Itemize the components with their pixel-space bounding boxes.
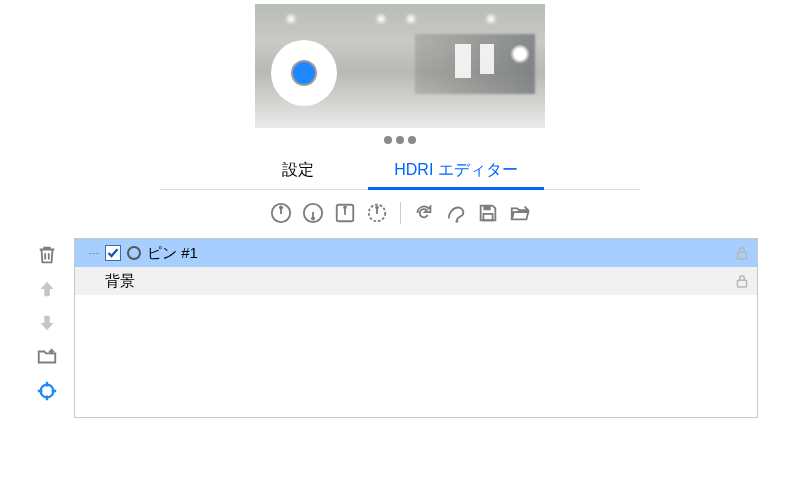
tab-hdri-editor[interactable]: HDRI エディター: [374, 154, 538, 189]
gradient-icon[interactable]: [443, 200, 469, 226]
svg-rect-10: [483, 214, 492, 220]
layer-row[interactable]: 背景: [75, 267, 757, 295]
pin-marker[interactable]: [271, 40, 337, 106]
svg-point-1: [278, 205, 282, 209]
sidebar: [30, 238, 64, 418]
arrow-down-icon: [34, 310, 60, 336]
arrow-up-icon: [34, 276, 60, 302]
svg-point-8: [455, 220, 458, 223]
add-folder-icon[interactable]: [34, 344, 60, 370]
svg-point-5: [343, 206, 347, 210]
pin-ground-icon[interactable]: [332, 200, 358, 226]
svg-rect-12: [738, 252, 747, 259]
pin-add-icon[interactable]: [268, 200, 294, 226]
folder-open-icon[interactable]: [507, 200, 533, 226]
svg-rect-9: [483, 206, 490, 211]
svg-point-7: [375, 206, 379, 210]
tab-bar: 設定 HDRI エディター: [160, 154, 640, 190]
pin-remove-icon[interactable]: [300, 200, 326, 226]
svg-rect-13: [738, 280, 747, 287]
layer-name: 背景: [105, 272, 733, 291]
layer-name: ピン #1: [147, 244, 733, 263]
toolbar: [0, 190, 800, 238]
pin-ring-icon: [127, 246, 141, 260]
svg-point-11: [41, 385, 54, 398]
trash-icon[interactable]: [34, 242, 60, 268]
pager-dots[interactable]: [0, 128, 800, 154]
svg-point-3: [310, 216, 314, 220]
refresh-icon[interactable]: [411, 200, 437, 226]
pin-rotate-icon[interactable]: [364, 200, 390, 226]
target-icon[interactable]: [34, 378, 60, 404]
save-icon[interactable]: [475, 200, 501, 226]
layer-row[interactable]: ピン #1: [75, 239, 757, 267]
hdri-preview[interactable]: [255, 4, 545, 128]
tab-settings[interactable]: 設定: [262, 154, 334, 189]
lock-icon[interactable]: [733, 272, 751, 290]
layer-list: ピン #1 背景: [74, 238, 758, 418]
lock-icon[interactable]: [733, 244, 751, 262]
checkbox-icon[interactable]: [105, 245, 121, 261]
